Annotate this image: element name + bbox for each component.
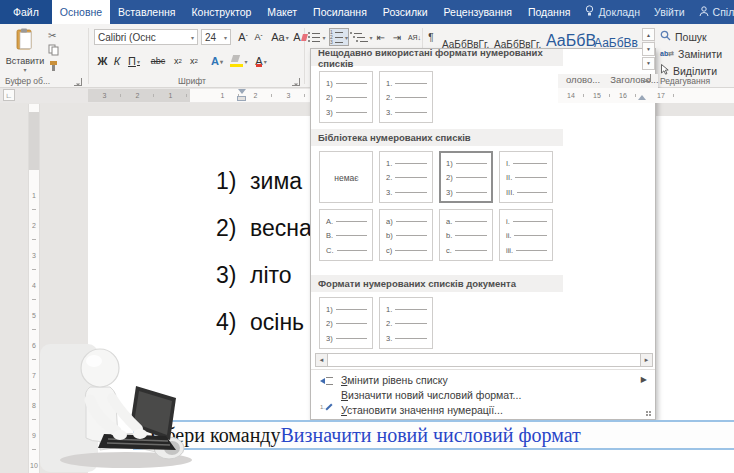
tab-view[interactable]: Подання [520, 0, 578, 24]
scissors-icon: ✂ [48, 30, 56, 41]
format-option-1dot[interactable]: 1.2.3. [379, 151, 433, 203]
share-button[interactable]: Спільний до [692, 0, 734, 24]
format-option-1dot[interactable]: 1.2.3. [379, 297, 433, 349]
tab-file[interactable]: Файл [0, 0, 52, 24]
document-formats-header: Формати нумерованих списків документа [311, 275, 563, 292]
document-numbered-list[interactable]: 1)зима 2)весна 3)літо 4)осінь [216, 168, 312, 356]
multilevel-list-button[interactable]: ▾ [351, 28, 371, 46]
format-option-1paren[interactable]: 1)2)3) [319, 297, 373, 349]
format-option-1paren-selected[interactable]: 1)2)3) [439, 151, 493, 203]
text-effects-glyph: А [211, 55, 219, 67]
ruler-right-numbers: 17 [648, 89, 674, 102]
bullets-button[interactable]: ▾ [307, 28, 327, 46]
shrink-font-button[interactable]: Аˇ [252, 29, 265, 45]
tab-references[interactable]: Посилання [305, 0, 375, 24]
multilevel-list-icon [350, 32, 368, 42]
sign-in-button[interactable]: Увійти [647, 0, 692, 24]
underline-button[interactable]: П▾ [125, 53, 143, 69]
decrease-indent-button[interactable]: ⇤ [373, 28, 389, 46]
format-option-lower-alpha-paren[interactable]: a)b)c) [379, 209, 433, 261]
sort-button[interactable]: АЯ↓ [406, 28, 423, 46]
left-indent-marker[interactable] [237, 96, 246, 101]
recent-formats-header: Нещодавно використані формати нумеровани… [311, 49, 563, 66]
tab-home[interactable]: Основне [52, 0, 110, 24]
clipboard-small-buttons: ✂ [48, 28, 74, 74]
list-item: 2)весна [216, 215, 312, 262]
show-marks-button[interactable]: ¶ [424, 28, 438, 46]
horizontal-ruler-right-segment: 141516 17 [558, 88, 734, 103]
ruler-margin-numbers: 321 [88, 89, 187, 102]
grow-font-button[interactable]: Аˆ [236, 29, 250, 45]
tab-design[interactable]: Конструктор [183, 0, 259, 24]
word-window: Файл Основне Вставлення Конструктор Маке… [0, 0, 734, 473]
styles-dialog-launcher[interactable] [643, 74, 651, 82]
font-dialog-launcher[interactable] [292, 78, 300, 86]
numbering-button[interactable]: 1 2 3 ▾ [329, 28, 349, 46]
text-effects-button[interactable]: А▾ [208, 53, 226, 69]
scroll-right-button[interactable]: ► [640, 353, 653, 367]
underline-glyph: П [128, 55, 136, 67]
right-indent-marker[interactable] [638, 95, 646, 100]
search-button[interactable]: Пошук [660, 29, 707, 44]
format-option-none[interactable]: немає [319, 151, 373, 203]
format-option-1paren[interactable]: 1)2)3) [319, 71, 373, 123]
bold-button[interactable]: Ж [96, 53, 109, 69]
font-name-value: Calibri (Оснс [98, 32, 156, 43]
menu-change-list-level[interactable]: Змінити рівень списку ▶ [311, 372, 655, 387]
font-color-bar [256, 64, 261, 67]
styles-gallery-scroll: ▲ ▼ ▼ [642, 28, 655, 70]
library-row-1: немає 1.2.3. 1)2)3) I.II.III. [319, 151, 553, 203]
scrollbar-track[interactable] [328, 353, 640, 367]
format-option-lower-alpha-dot[interactable]: a.b.c. [439, 209, 493, 261]
font-size-combo[interactable]: 24 ▾ [201, 29, 231, 45]
paste-button[interactable]: Вставити ▾ [6, 28, 44, 74]
format-painter-button[interactable] [48, 60, 74, 74]
library-row-2: A.B.C. a)b)c) a.b.c. i.ii.iii. [319, 209, 553, 261]
first-line-indent-marker[interactable] [238, 89, 246, 94]
search-label: Пошук [675, 31, 707, 43]
resize-grip[interactable] [646, 411, 652, 417]
styles-scroll-up-button[interactable]: ▲ [642, 28, 655, 41]
pilcrow-icon: ¶ [428, 32, 433, 43]
cut-button[interactable]: ✂ [48, 28, 74, 42]
change-case-button[interactable]: Aa▾ [269, 29, 291, 45]
tab-review[interactable]: Рецензування [436, 0, 520, 24]
format-option-upper-alpha[interactable]: A.B.C. [319, 209, 373, 261]
ribbon-tab-bar: Файл Основне Вставлення Конструктор Маке… [0, 0, 734, 24]
replace-button[interactable]: ab⇄ Замінити [660, 46, 722, 61]
clear-formatting-button[interactable]: А [292, 29, 308, 45]
format-option-1dot[interactable]: 1.2.3. [379, 71, 433, 123]
gallery-scrollbar[interactable]: ◄ ► [315, 353, 653, 367]
tab-selector[interactable]: ∟ [3, 89, 15, 101]
tab-insert[interactable]: Вставлення [110, 0, 183, 24]
paste-dropdown-arrow[interactable]: ▾ [23, 66, 26, 73]
strikethrough-button[interactable]: abc [148, 53, 168, 69]
scroll-left-button[interactable]: ◄ [315, 353, 328, 367]
font-color-button[interactable]: А ▾ [252, 53, 270, 69]
styles-scroll-down-button[interactable]: ▼ [642, 42, 655, 55]
format-option-lower-roman[interactable]: i.ii.iii. [499, 209, 553, 261]
tell-me-button[interactable]: Докладн [578, 0, 647, 24]
style-heading2[interactable]: АаБбВв [594, 28, 638, 50]
menu-define-new-number-format[interactable]: Визначити новий числовий формат... [311, 387, 655, 402]
library-header: Бібліотека нумерованих списків [311, 129, 563, 146]
tab-mailings[interactable]: Розсилки [375, 0, 436, 24]
italic-button[interactable]: К [111, 53, 123, 69]
highlight-color-button[interactable]: ▾ [229, 53, 249, 69]
tab-layout[interactable]: Макет [259, 0, 305, 24]
increase-indent-button[interactable]: ⇥ [389, 28, 405, 46]
subscript-button[interactable]: х2 [171, 53, 185, 69]
font-name-combo[interactable]: Calibri (Оснс ▾ [94, 29, 198, 45]
styles-more-button[interactable]: ▼ [642, 57, 655, 70]
menu-set-numbering-value[interactable]: Установити значення нумерації... [311, 402, 655, 417]
decrease-indent-icon: ⇤ [377, 32, 385, 43]
editing-group-label: Редагування [660, 76, 710, 86]
clipboard-dialog-launcher[interactable] [74, 78, 82, 86]
group-separator [88, 28, 89, 84]
format-option-roman[interactable]: I.II.III. [499, 151, 553, 203]
clipboard-icon [15, 28, 35, 54]
person-with-laptop-illustration [38, 338, 198, 473]
style-label-partial: олово... [566, 74, 600, 89]
superscript-button[interactable]: х2 [187, 53, 201, 69]
copy-button[interactable] [48, 44, 74, 58]
